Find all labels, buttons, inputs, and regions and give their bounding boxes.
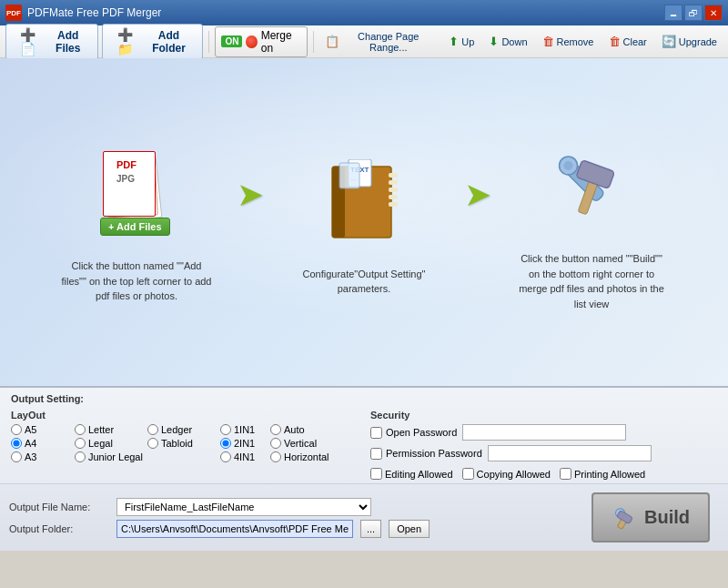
step-1-visual: PDF JPG + Add Files (96, 140, 177, 249)
output-filename-label: Output File Name: (9, 502, 109, 512)
copying-allowed-label[interactable]: Copying Allowed (462, 468, 551, 480)
open-password-checkbox[interactable] (370, 427, 382, 439)
down-icon: ⬇ (489, 35, 499, 48)
window-title: PDFMate Free PDF Merger (27, 6, 664, 19)
security-sublabel: Security (370, 410, 652, 421)
up-icon: ⬆ (449, 35, 459, 48)
step-3-visual (546, 133, 637, 242)
printing-allowed-checkbox[interactable] (560, 468, 571, 480)
build-label: Build (644, 507, 690, 528)
up-button[interactable]: ⬆ Up (443, 32, 480, 51)
pdf-stack-icon: PDF JPG + Add Files (96, 149, 177, 240)
permissions-row: Editing Allowed Copying Allowed Printing… (370, 468, 652, 480)
separator-1 (208, 31, 209, 53)
permission-password-label[interactable]: Permission Password (370, 448, 482, 460)
radio-ledger[interactable]: Ledger (147, 424, 220, 435)
add-folder-icon: ➕📁 (110, 27, 138, 56)
svg-rect-5 (389, 195, 398, 199)
add-files-badge: + Add Files (100, 218, 170, 236)
step-2: TEXT — Configurate"Output Setting" param… (273, 148, 455, 297)
step-1: PDF JPG + Add Files Click the button nam… (46, 140, 228, 304)
toggle-on-label: ON (221, 35, 242, 47)
radio-junior-legal[interactable]: Junior Legal (75, 451, 220, 462)
change-page-range-button[interactable]: 📋 Change Page Range... (319, 28, 440, 56)
pdf-text-label: PDF (116, 159, 136, 170)
merge-on-label: Merge on (261, 29, 302, 55)
output-folder-row: Output Folder: ... Open (9, 520, 582, 538)
book-settings-icon: TEXT — (323, 159, 405, 246)
build-button[interactable]: Build (592, 492, 710, 542)
output-filename-select[interactable]: FirstFileName_LastFileName (116, 498, 371, 516)
open-password-label[interactable]: Open Password (370, 427, 457, 439)
open-password-input[interactable] (462, 424, 626, 441)
radio-auto[interactable]: Auto (270, 424, 343, 435)
radio-a3[interactable]: A3 (11, 451, 75, 462)
clear-icon: 🗑 (609, 35, 621, 48)
step-2-visual: TEXT — (323, 148, 405, 258)
permission-password-input[interactable] (488, 445, 652, 461)
step-3: Click the button named ""Build"" on the … (500, 133, 682, 311)
printing-allowed-label[interactable]: Printing Allowed (560, 468, 645, 480)
editing-allowed-label[interactable]: Editing Allowed (370, 468, 453, 480)
main-illustration: PDF JPG + Add Files Click the button nam… (0, 58, 728, 386)
steps-container: PDF JPG + Add Files Click the button nam… (36, 133, 692, 311)
minimize-button[interactable]: 🗕 (664, 5, 682, 21)
remove-icon: 🗑 (542, 35, 554, 48)
radio-4in1[interactable]: 4IN1 (220, 451, 270, 462)
close-button[interactable]: ✕ (704, 5, 723, 21)
permission-password-checkbox[interactable] (370, 448, 382, 460)
output-setting-label: Output Setting: (11, 393, 717, 404)
restore-button[interactable]: 🗗 (684, 5, 703, 21)
copying-allowed-checkbox[interactable] (462, 468, 474, 480)
radio-a4[interactable]: A4 (11, 438, 75, 449)
titlebar: PDF PDFMate Free PDF Merger 🗕 🗗 ✕ (0, 0, 728, 25)
remove-button[interactable]: 🗑 Remove (537, 32, 600, 51)
down-button[interactable]: ⬇ Down (483, 32, 532, 51)
bottom-area: Output Setting: LayOut A5 Letter Ledger … (0, 386, 728, 551)
open-password-row: Open Password (370, 424, 652, 441)
radio-legal[interactable]: Legal (75, 438, 147, 449)
merge-toggle[interactable]: ON Merge on (215, 26, 308, 57)
editing-allowed-checkbox[interactable] (370, 468, 382, 480)
upgrade-button[interactable]: 🔄 Upgrade (656, 32, 723, 51)
radio-vertical[interactable]: Vertical (270, 438, 343, 449)
browse-button[interactable]: ... (360, 520, 381, 538)
tools-build-icon (546, 142, 637, 233)
toggle-circle-icon (246, 35, 257, 48)
step-2-description: Configurate"Output Setting" parameters. (287, 267, 441, 297)
upgrade-icon: 🔄 (662, 35, 676, 48)
step-3-description: Click the button named ""Build"" on the … (514, 251, 669, 311)
clear-button[interactable]: 🗑 Clear (603, 32, 652, 51)
app-icon: PDF (5, 5, 22, 21)
page-range-icon: 📋 (325, 35, 339, 48)
output-folder-input[interactable] (116, 520, 353, 538)
radio-letter[interactable]: Letter (75, 424, 147, 435)
svg-rect-3 (389, 180, 398, 185)
open-folder-button[interactable]: Open (389, 520, 430, 538)
step-1-description: Click the button named ""Add files"" on … (59, 259, 214, 304)
window-controls: 🗕 🗗 ✕ (664, 5, 723, 21)
radio-horizontal[interactable]: Horizontal (270, 451, 343, 462)
jpg-text-label: JPG (116, 174, 135, 184)
svg-rect-6 (389, 202, 398, 207)
layout-sublabel: LayOut (11, 410, 343, 421)
security-section: Security Open Password Permission Passwo… (370, 410, 652, 480)
output-filename-row: Output File Name: FirstFileName_LastFile… (9, 498, 582, 516)
svg-rect-4 (389, 188, 398, 192)
add-folder-button[interactable]: ➕📁 Add Folder (102, 24, 203, 60)
separator-2 (313, 31, 314, 53)
arrow-1: ➤ (237, 176, 264, 214)
output-path-section: Output File Name: FirstFileName_LastFile… (9, 498, 582, 538)
svg-rect-10 (339, 163, 359, 188)
radio-tabloid[interactable]: Tabloid (147, 438, 220, 449)
arrow-2: ➤ (464, 176, 491, 214)
radio-2in1[interactable]: 2IN1 (220, 438, 270, 449)
radio-a5[interactable]: A5 (11, 424, 75, 435)
pdf-page-main: PDF JPG (103, 151, 156, 217)
permission-password-row: Permission Password (370, 445, 652, 461)
radio-1in1[interactable]: 1IN1 (220, 424, 270, 435)
svg-rect-2 (389, 173, 398, 177)
toolbar: ➕📄 Add Files ➕📁 Add Folder ON Merge on 📋… (0, 25, 728, 58)
add-files-button[interactable]: ➕📄 Add Files (5, 24, 98, 60)
build-icon (612, 505, 637, 531)
